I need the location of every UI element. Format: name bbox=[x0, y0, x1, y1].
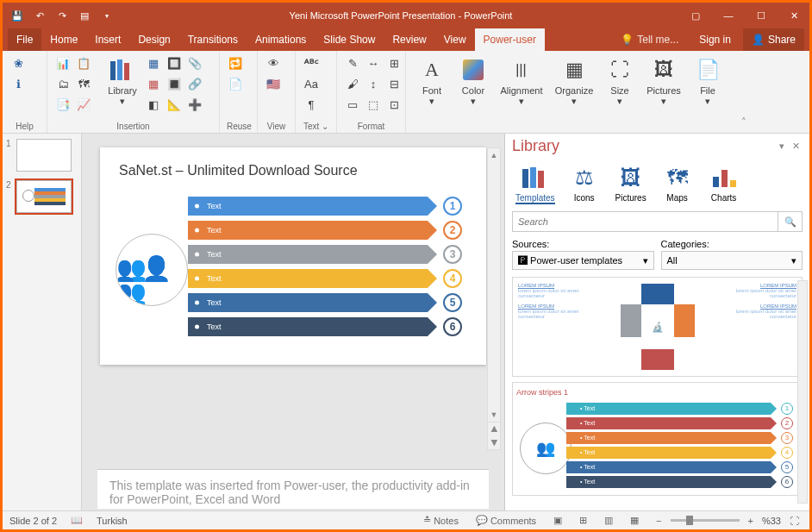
reuse-2[interactable]: 📄 bbox=[227, 75, 244, 92]
diagram-row[interactable]: Text5 bbox=[188, 292, 462, 313]
scroll-up-icon[interactable]: ▲ bbox=[488, 148, 500, 162]
fmt-b3[interactable]: ⬚ bbox=[365, 96, 382, 113]
maximize-icon[interactable]: ☐ bbox=[746, 3, 777, 28]
search-input[interactable] bbox=[513, 212, 778, 231]
fmt-c1[interactable]: ⊞ bbox=[385, 54, 403, 72]
start-slideshow-icon[interactable]: ▤ bbox=[77, 8, 92, 23]
ins-b2[interactable]: 🗺 bbox=[75, 75, 92, 92]
diagram-row[interactable]: Text4 bbox=[188, 268, 462, 289]
color-button[interactable]: Color▾ bbox=[454, 54, 492, 108]
fmt-a1[interactable]: ✎ bbox=[344, 54, 361, 72]
ins-c3[interactable]: ◧ bbox=[145, 96, 162, 113]
cat-charts[interactable]: Charts bbox=[707, 164, 741, 204]
cat-templates[interactable]: Templates bbox=[515, 164, 555, 204]
view-sorter-icon[interactable]: ⊞ bbox=[576, 515, 590, 526]
sources-select[interactable]: 🅿 Power-user templates▾ bbox=[512, 251, 654, 270]
size-button[interactable]: ⛶Size▾ bbox=[601, 54, 639, 108]
minimize-icon[interactable]: ― bbox=[713, 3, 744, 28]
zoom-level[interactable]: %33 bbox=[762, 516, 781, 526]
tab-animations[interactable]: Animations bbox=[247, 28, 315, 51]
thumbnail-2[interactable]: 2 bbox=[6, 180, 78, 213]
thumbnail-1[interactable]: 1 bbox=[6, 139, 78, 172]
categories-select[interactable]: All▾ bbox=[661, 251, 803, 270]
cat-icons[interactable]: ⚖ Icons bbox=[567, 164, 602, 204]
help-btn2[interactable]: ℹ bbox=[9, 75, 27, 92]
fmt-b2[interactable]: ↕ bbox=[365, 75, 382, 92]
tab-home[interactable]: Home bbox=[41, 28, 86, 51]
ins-e3[interactable]: ➕ bbox=[186, 96, 203, 113]
close-icon[interactable]: ✕ bbox=[778, 3, 809, 28]
ins-a1[interactable]: 📊 bbox=[54, 54, 72, 72]
collapse-ribbon[interactable]: ˄ bbox=[734, 51, 754, 133]
language-indicator[interactable]: Turkish bbox=[97, 516, 128, 526]
notes-pane[interactable]: This template was inserted from Power-us… bbox=[97, 469, 489, 509]
sign-in[interactable]: Sign in bbox=[690, 28, 740, 51]
pane-options-icon[interactable]: ▾ bbox=[775, 140, 789, 153]
zoom-in-icon[interactable]: + bbox=[745, 516, 757, 526]
view-reading-icon[interactable]: ▥ bbox=[601, 515, 616, 526]
share-button[interactable]: 👤Share bbox=[743, 28, 804, 51]
cat-maps[interactable]: 🗺 Maps bbox=[660, 164, 695, 204]
tab-view[interactable]: View bbox=[435, 28, 475, 51]
fit-icon[interactable]: ⛶ bbox=[786, 516, 803, 526]
fmt-a2[interactable]: 🖌 bbox=[344, 75, 361, 92]
next-slide-icon[interactable]: ⯆ bbox=[488, 435, 500, 449]
fmt-a3[interactable]: ▭ bbox=[344, 96, 361, 113]
diagram-row[interactable]: Text1 bbox=[188, 196, 462, 216]
spell-check-icon[interactable]: 📖 bbox=[67, 515, 86, 526]
ins-d3[interactable]: 📐 bbox=[166, 96, 183, 113]
ins-d2[interactable]: 🔳 bbox=[166, 75, 183, 92]
slide-title[interactable]: SaNet.st – Unlimited Download Source bbox=[119, 163, 467, 178]
tab-insert[interactable]: Insert bbox=[86, 28, 129, 51]
zoom-out-icon[interactable]: − bbox=[653, 516, 665, 526]
fmt-b1[interactable]: ↔ bbox=[365, 54, 382, 72]
comments-toggle[interactable]: 💬 Comments bbox=[472, 515, 540, 526]
tab-transitions[interactable]: Transitions bbox=[179, 28, 247, 51]
editor-scrollbar[interactable]: ▲ ▼ ⯅ ⯆ bbox=[487, 147, 501, 450]
tab-file[interactable]: File bbox=[8, 28, 41, 51]
tab-design[interactable]: Design bbox=[129, 28, 178, 51]
diagram-row[interactable]: Text3 bbox=[188, 244, 462, 265]
organize-button[interactable]: ▦Organize▾ bbox=[551, 54, 597, 108]
results-scrollbar[interactable] bbox=[797, 280, 808, 504]
slide-canvas[interactable]: SaNet.st – Unlimited Download Source 👥👤👥… bbox=[100, 147, 486, 365]
cat-pictures[interactable]: 🖼 Pictures bbox=[614, 164, 648, 204]
ins-b3[interactable]: 📈 bbox=[75, 96, 92, 113]
prev-slide-icon[interactable]: ⯅ bbox=[488, 422, 500, 435]
pane-close-icon[interactable]: ✕ bbox=[789, 140, 803, 153]
qat-more-icon[interactable]: ▾ bbox=[99, 8, 115, 23]
ins-d1[interactable]: 🔲 bbox=[166, 54, 183, 72]
redo-icon[interactable]: ↷ bbox=[54, 8, 70, 23]
scroll-down-icon[interactable]: ▼ bbox=[488, 408, 500, 422]
reuse-1[interactable]: 🔁 bbox=[227, 54, 244, 72]
diagram-row[interactable]: Text2 bbox=[188, 220, 462, 241]
ins-b1[interactable]: 📋 bbox=[75, 54, 92, 72]
notes-toggle[interactable]: ≛ Notes bbox=[420, 515, 462, 526]
ins-a3[interactable]: 📑 bbox=[54, 96, 72, 113]
ins-c1[interactable]: ▦ bbox=[145, 54, 162, 72]
ins-e1[interactable]: 📎 bbox=[186, 54, 203, 72]
alignment-button[interactable]: ⫼Alignment▾ bbox=[496, 54, 547, 108]
slide-diagram[interactable]: 👥👤👥 Text1Text2Text3Text4Text5Text6 bbox=[119, 189, 467, 353]
ribbon-options-icon[interactable]: ▢ bbox=[680, 3, 711, 28]
text-1[interactable]: ᴬᴮᶜ bbox=[303, 54, 320, 72]
text-3[interactable]: ¶ bbox=[303, 96, 320, 113]
view-1[interactable]: 👁 bbox=[265, 54, 282, 72]
view-normal-icon[interactable]: ▣ bbox=[550, 515, 565, 526]
template-card-2[interactable]: Arrow stripes 1 👥 • Text1• Text2• Text3•… bbox=[512, 382, 803, 496]
save-icon[interactable]: 💾 bbox=[9, 8, 25, 23]
view-2[interactable]: 🇺🇸 bbox=[265, 75, 282, 92]
undo-icon[interactable]: ↶ bbox=[32, 8, 47, 23]
ins-e2[interactable]: 🔗 bbox=[186, 75, 203, 92]
library-button[interactable]: Library▾ bbox=[103, 54, 141, 108]
diagram-row[interactable]: Text6 bbox=[188, 316, 462, 337]
pictures-button[interactable]: 🖼Pictures▾ bbox=[642, 54, 685, 108]
tab-power-user[interactable]: Power-user bbox=[475, 28, 545, 51]
tab-review[interactable]: Review bbox=[384, 28, 434, 51]
view-slideshow-icon[interactable]: ▦ bbox=[627, 515, 642, 526]
fmt-c2[interactable]: ⊟ bbox=[385, 75, 403, 92]
tell-me[interactable]: 💡Tell me... bbox=[612, 28, 687, 51]
search-go-icon[interactable]: 🔍 bbox=[778, 212, 802, 231]
fmt-c3[interactable]: ⊡ bbox=[385, 96, 403, 113]
font-button[interactable]: AFont▾ bbox=[413, 54, 451, 108]
